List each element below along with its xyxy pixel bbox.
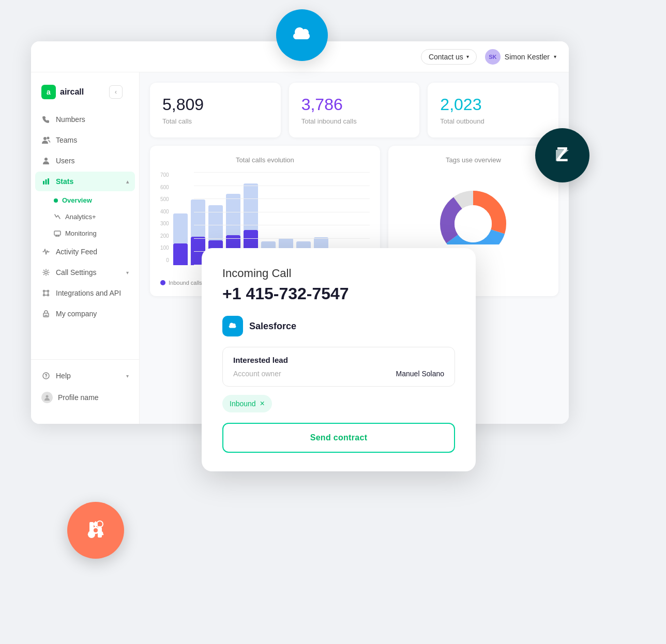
bar-light-4 (226, 194, 240, 235)
legend-dot (160, 280, 165, 285)
phone-icon (41, 115, 51, 124)
logo-icon: a (41, 85, 56, 99)
stat-card-outbound: 2,023 Total outbound (428, 83, 558, 137)
stats-row: 5,809 Total calls 3,786 Total inbound ca… (150, 83, 558, 137)
people-icon (41, 135, 51, 145)
call-source-name: Salesforce (249, 321, 296, 332)
activity-icon (41, 247, 51, 256)
analytics-icon (54, 213, 61, 221)
tag-label: Inbound (230, 400, 256, 408)
monitoring-icon (54, 230, 61, 237)
total-calls-value: 5,809 (162, 95, 268, 114)
stats-icon (41, 177, 51, 186)
svg-point-23 (43, 290, 45, 292)
call-panel: Incoming Call +1 415-732-7547 Salesforce… (202, 248, 476, 471)
sidebar-sub-monitoring[interactable]: Monitoring (48, 225, 135, 241)
lead-card: Interested lead Account owner Manuel Sol… (222, 347, 455, 387)
bar-chart-title: Total calls evolution (160, 156, 370, 164)
sidebar-sub-menu: Overview Analytics+ Monitoring (35, 192, 135, 241)
integrations-icon (41, 288, 51, 298)
svg-point-26 (48, 295, 49, 296)
avatar: SK (485, 49, 501, 65)
sidebar-label-help: Help (56, 372, 71, 380)
sidebar-sub-label-monitoring: Monitoring (65, 229, 97, 237)
donut-chart-title: Tags use overview (399, 156, 548, 164)
gear-icon (41, 268, 51, 277)
sidebar-item-help[interactable]: Help ▾ (35, 366, 135, 386)
sidebar-back-button[interactable]: ‹ (109, 85, 123, 99)
svg-point-39 (455, 205, 492, 242)
call-title: Incoming Call (222, 267, 455, 280)
sidebar-item-company[interactable]: My company (35, 304, 135, 324)
svg-point-25 (43, 295, 45, 296)
contact-us-button[interactable]: Contact us ▾ (421, 49, 477, 65)
salesforce-icon-small (222, 316, 243, 336)
outbound-calls-label: Total outbound (440, 117, 546, 125)
sidebar-sub-overview[interactable]: Overview (48, 192, 135, 208)
sidebar-item-teams[interactable]: Teams (35, 130, 135, 150)
chevron-up-icon: ▴ (126, 179, 129, 185)
send-contract-label: Send contract (310, 433, 368, 442)
donut-chart-svg (432, 182, 514, 244)
svg-rect-21 (54, 231, 60, 235)
sidebar-label-integrations: Integrations and API (56, 289, 121, 297)
sidebar: a aircall ‹ Numbers Teams (31, 72, 140, 424)
sidebar-item-stats[interactable]: Stats ▴ (35, 172, 135, 191)
sidebar-item-profile[interactable]: Profile name (35, 387, 135, 408)
call-source: Salesforce (222, 316, 455, 336)
sidebar-label-stats: Stats (56, 177, 73, 186)
sidebar-item-numbers[interactable]: Numbers (35, 110, 135, 129)
outbound-calls-value: 2,023 (440, 95, 546, 114)
svg-point-33 (46, 377, 46, 378)
svg-rect-18 (43, 181, 44, 185)
svg-point-10 (94, 528, 98, 532)
inbound-calls-value: 3,786 (301, 95, 407, 114)
sidebar-label-profile: Profile name (58, 393, 99, 402)
svg-point-15 (43, 137, 47, 140)
person-icon (41, 156, 51, 165)
svg-rect-19 (46, 179, 47, 185)
call-number: +1 415-732-7547 (222, 284, 455, 303)
chevron-down-icon: ▾ (554, 54, 556, 59)
tag-badge: Inbound × (222, 395, 272, 412)
chevron-right-icon: ▾ (126, 270, 129, 275)
sidebar-logo-area: a aircall ‹ (31, 81, 139, 110)
bar-group-2 (191, 172, 205, 265)
sidebar-sub-analytics[interactable]: Analytics+ (48, 209, 135, 225)
sidebar-item-integrations[interactable]: Integrations and API (35, 283, 135, 303)
sidebar-nav: Numbers Teams Users (31, 110, 139, 359)
sidebar-item-activity[interactable]: Activity Feed (35, 242, 135, 262)
svg-point-17 (44, 158, 48, 161)
lead-title: Interested lead (233, 356, 444, 364)
inbound-calls-label: Total inbound calls (301, 117, 407, 125)
total-calls-label: Total calls (162, 117, 268, 125)
y-axis: 700 600 500 400 300 200 100 0 (160, 172, 169, 265)
bar-light-1 (173, 213, 188, 243)
legend-label: Inbound calls (169, 280, 202, 286)
sidebar-label-company: My company (56, 310, 97, 318)
bar-light-2 (191, 200, 205, 237)
sidebar-footer: Help ▾ Profile name (31, 359, 139, 416)
chevron-down-icon: ▾ (466, 54, 469, 59)
sidebar-sub-label-overview: Overview (62, 196, 92, 204)
sidebar-sub-label-analytics: Analytics+ (65, 213, 96, 221)
donut-container (399, 172, 548, 255)
stat-card-inbound: 3,786 Total inbound calls (289, 83, 420, 137)
lead-label: Account owner (233, 370, 281, 378)
sidebar-label-activity: Activity Feed (56, 248, 97, 256)
stat-card-total-calls: 5,809 Total calls (150, 83, 281, 137)
active-dot (54, 198, 58, 203)
help-icon (41, 371, 51, 380)
user-menu[interactable]: SK Simon Kestler ▾ (485, 49, 556, 65)
svg-point-16 (47, 137, 50, 140)
svg-point-22 (45, 271, 48, 274)
zendesk-logo: Z (535, 128, 589, 182)
tag-close-button[interactable]: × (260, 399, 265, 408)
sidebar-item-users[interactable]: Users (35, 151, 135, 171)
bar-light-3 (208, 205, 223, 240)
sidebar-label-call-settings: Call Settings (56, 268, 97, 277)
sidebar-item-call-settings[interactable]: Call Settings ▾ (35, 263, 135, 282)
send-contract-button[interactable]: Send contract (222, 423, 455, 453)
sidebar-label-numbers: Numbers (56, 115, 85, 124)
svg-rect-20 (48, 178, 49, 185)
